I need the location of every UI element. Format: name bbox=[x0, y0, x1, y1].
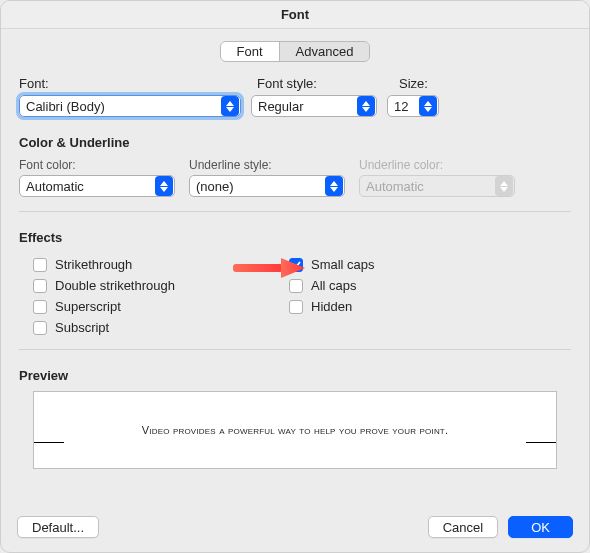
stepper-arrows-icon[interactable] bbox=[357, 96, 375, 116]
window-title: Font bbox=[1, 1, 589, 29]
preview-box: Video provides a powerful way to help yo… bbox=[33, 391, 557, 469]
stepper-arrows-icon[interactable] bbox=[325, 176, 343, 196]
checkbox-label: Subscript bbox=[55, 320, 109, 335]
dialog-footer: Default... Cancel OK bbox=[1, 506, 589, 552]
checkbox-icon bbox=[33, 300, 47, 314]
default-button[interactable]: Default... bbox=[17, 516, 99, 538]
svg-marker-8 bbox=[330, 181, 338, 186]
svg-marker-5 bbox=[424, 107, 432, 112]
underline-style-combo[interactable]: (none) bbox=[189, 175, 345, 197]
checkbox-small-caps[interactable]: Small caps bbox=[289, 257, 375, 272]
stepper-arrows-icon[interactable] bbox=[221, 96, 239, 116]
checkbox-superscript[interactable]: Superscript bbox=[33, 299, 289, 314]
checkbox-subscript[interactable]: Subscript bbox=[33, 320, 289, 335]
section-effects: Effects bbox=[19, 230, 571, 245]
checkbox-icon bbox=[289, 279, 303, 293]
label-size: Size: bbox=[399, 76, 459, 91]
font-style-value: Regular bbox=[252, 99, 356, 114]
font-style-combo[interactable]: Regular bbox=[251, 95, 377, 117]
label-font: Font: bbox=[19, 76, 257, 91]
checkbox-label: Double strikethrough bbox=[55, 278, 175, 293]
baseline-marker bbox=[34, 442, 64, 443]
preview-text: Video provides a powerful way to help yo… bbox=[142, 424, 448, 436]
tab-font[interactable]: Font bbox=[221, 42, 279, 61]
underline-color-combo: Automatic bbox=[359, 175, 515, 197]
size-combo[interactable]: 12 bbox=[387, 95, 439, 117]
checkbox-icon bbox=[33, 258, 47, 272]
svg-marker-4 bbox=[424, 101, 432, 106]
checkbox-hidden[interactable]: Hidden bbox=[289, 299, 375, 314]
checkbox-label: Superscript bbox=[55, 299, 121, 314]
svg-marker-7 bbox=[160, 187, 168, 192]
checkbox-label: Hidden bbox=[311, 299, 352, 314]
checkbox-all-caps[interactable]: All caps bbox=[289, 278, 375, 293]
svg-marker-9 bbox=[330, 187, 338, 192]
underline-style-value: (none) bbox=[190, 179, 324, 194]
checkbox-label: Small caps bbox=[311, 257, 375, 272]
label-font-style: Font style: bbox=[257, 76, 399, 91]
tab-advanced[interactable]: Advanced bbox=[279, 42, 370, 61]
svg-marker-6 bbox=[160, 181, 168, 186]
svg-marker-3 bbox=[362, 107, 370, 112]
font-color-combo[interactable]: Automatic bbox=[19, 175, 175, 197]
ok-button[interactable]: OK bbox=[508, 516, 573, 538]
checkbox-label: Strikethrough bbox=[55, 257, 132, 272]
checkbox-icon bbox=[289, 300, 303, 314]
stepper-arrows-icon[interactable] bbox=[155, 176, 173, 196]
section-preview: Preview bbox=[19, 368, 571, 383]
underline-color-value: Automatic bbox=[360, 179, 494, 194]
checkbox-strikethrough[interactable]: Strikethrough bbox=[33, 257, 289, 272]
size-value: 12 bbox=[388, 99, 418, 114]
checkbox-icon bbox=[33, 321, 47, 335]
section-color-underline: Color & Underline bbox=[19, 135, 571, 150]
svg-marker-10 bbox=[500, 181, 508, 186]
baseline-marker bbox=[526, 442, 556, 443]
checkbox-label: All caps bbox=[311, 278, 357, 293]
stepper-arrows-icon[interactable] bbox=[419, 96, 437, 116]
tab-bar: Font Advanced bbox=[220, 41, 371, 62]
font-color-value: Automatic bbox=[20, 179, 154, 194]
font-combo-value: Calibri (Body) bbox=[20, 99, 220, 114]
stepper-arrows-icon bbox=[495, 176, 513, 196]
svg-marker-11 bbox=[500, 187, 508, 192]
cancel-button[interactable]: Cancel bbox=[428, 516, 498, 538]
checkbox-icon bbox=[289, 258, 303, 272]
label-font-color: Font color: bbox=[19, 158, 175, 172]
svg-marker-2 bbox=[362, 101, 370, 106]
svg-marker-1 bbox=[226, 107, 234, 112]
checkbox-icon bbox=[33, 279, 47, 293]
svg-marker-0 bbox=[226, 101, 234, 106]
font-combo[interactable]: Calibri (Body) bbox=[19, 95, 241, 117]
label-underline-style: Underline style: bbox=[189, 158, 345, 172]
label-underline-color: Underline color: bbox=[359, 158, 515, 172]
checkbox-double-strikethrough[interactable]: Double strikethrough bbox=[33, 278, 289, 293]
